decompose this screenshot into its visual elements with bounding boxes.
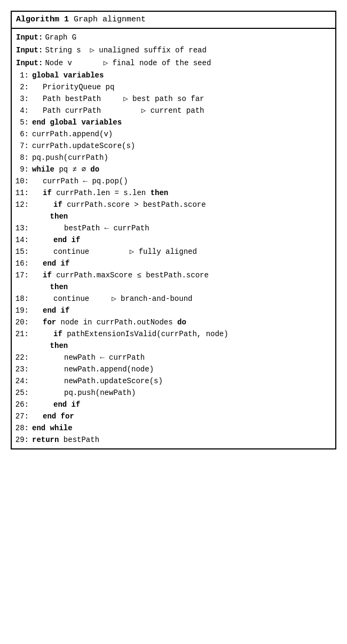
- line-16: 16: end if: [12, 258, 335, 270]
- line-17: 17: if currPath.maxScore ≤ bestPath.scor…: [12, 270, 335, 282]
- lcontent-29: return bestPath: [32, 434, 335, 445]
- lnum-5: 5:: [12, 117, 32, 128]
- lnum-23: 23:: [12, 364, 32, 375]
- input-content-3: Node v ▷ final node of the seed: [45, 58, 211, 68]
- lnum-27: 27:: [12, 411, 32, 422]
- input-line-2: Input: String s ▷ unaligned suffix of re…: [12, 44, 335, 57]
- lnum-7: 7:: [12, 141, 32, 151]
- line-22: 22: newPath ← currPath: [12, 352, 335, 364]
- lnum-9: 9:: [12, 164, 32, 175]
- line-4: 4: Path currPath ▷ current path: [12, 105, 335, 117]
- input-content-1: Graph G: [45, 32, 76, 43]
- lnum-24: 24:: [12, 376, 32, 386]
- input-line-1: Input: Graph G: [12, 31, 335, 44]
- line-14: 14: end if: [12, 235, 335, 246]
- line-26: 26: end if: [12, 399, 335, 411]
- input-content-2: String s ▷ unaligned suffix of read: [45, 45, 206, 56]
- lcontent-13: bestPath ← currPath: [32, 223, 335, 234]
- line-6: 6: currPath.append(v): [12, 129, 335, 141]
- lnum-12: 12:: [12, 199, 32, 210]
- lnum-4: 4:: [12, 105, 32, 116]
- line-10: 10: currPath ← pq.pop(): [12, 176, 335, 188]
- line-23: 23: newPath.append(node): [12, 364, 335, 376]
- lcontent-4: Path currPath ▷ current path: [32, 105, 335, 116]
- line-29: 29: return bestPath: [12, 434, 335, 446]
- lcontent-21-then: then: [32, 340, 335, 351]
- lcontent-12: if currPath.score > bestPath.score: [32, 199, 335, 210]
- lnum-18: 18:: [12, 293, 32, 304]
- lnum-11: 11:: [12, 188, 32, 198]
- lnum-20: 20:: [12, 317, 32, 328]
- lcontent-3: Path bestPath ▷ best path so far: [32, 94, 335, 104]
- line-1: 1: global variables: [12, 70, 335, 82]
- line-11: 11: if currPath.len = s.len then: [12, 188, 335, 199]
- lcontent-12-then: then: [32, 211, 335, 222]
- line-12-then: then: [12, 211, 335, 223]
- algorithm-label: Algorithm 1: [16, 15, 69, 24]
- lcontent-7: currPath.updateScore(s): [32, 141, 335, 151]
- lcontent-6: currPath.append(v): [32, 129, 335, 139]
- line-18: 18: continue ▷ branch-and-bound: [12, 293, 335, 305]
- line-19: 19: end if: [12, 305, 335, 317]
- line-8: 8: pq.push(currPath): [12, 152, 335, 164]
- lcontent-15: continue ▷ fully aligned: [32, 246, 335, 257]
- lnum-2: 2:: [12, 82, 32, 92]
- lnum-3: 3:: [12, 94, 32, 104]
- line-5: 5: end global variables: [12, 117, 335, 129]
- line-28: 28: end while: [12, 423, 335, 434]
- lcontent-28: end while: [32, 423, 335, 433]
- lcontent-16: end if: [32, 258, 335, 269]
- lcontent-19: end if: [32, 305, 335, 316]
- lnum-22: 22:: [12, 352, 32, 363]
- lcontent-2: PriorityQueue pq: [32, 82, 335, 92]
- lcontent-8: pq.push(currPath): [32, 152, 335, 163]
- lcontent-18: continue ▷ branch-and-bound: [32, 293, 335, 304]
- line-9: 9: while pq ≠ ∅ do: [12, 164, 335, 176]
- line-24: 24: newPath.updateScore(s): [12, 376, 335, 387]
- algorithm-lines: 1: global variables 2: PriorityQueue pq …: [12, 70, 335, 446]
- input-label-1: Input:: [16, 32, 43, 43]
- lcontent-11: if currPath.len = s.len then: [32, 188, 335, 198]
- line-25: 25: pq.push(newPath): [12, 387, 335, 399]
- algorithm-container: Algorithm 1 Graph alignment Input: Graph…: [11, 11, 336, 449]
- line-21: 21: if pathExtensionIsValid(currPath, no…: [12, 329, 335, 340]
- lcontent-5: end global variables: [32, 117, 335, 128]
- lnum-8: 8:: [12, 152, 32, 163]
- lcontent-14: end if: [32, 235, 335, 245]
- lnum-16: 16:: [12, 258, 32, 269]
- lcontent-22: newPath ← currPath: [32, 352, 335, 363]
- lnum-1: 1:: [12, 70, 32, 81]
- line-13: 13: bestPath ← currPath: [12, 223, 335, 235]
- line-27: 27: end for: [12, 411, 335, 423]
- lcontent-23: newPath.append(node): [32, 364, 335, 375]
- lcontent-1: global variables: [32, 70, 335, 81]
- lcontent-17-then: then: [32, 282, 335, 292]
- lnum-17: 17:: [12, 270, 32, 281]
- lnum-10: 10:: [12, 176, 32, 187]
- line-20: 20: for node in currPath.outNodes do: [12, 317, 335, 329]
- lnum-14: 14:: [12, 235, 32, 245]
- lnum-28: 28:: [12, 423, 32, 433]
- lcontent-21: if pathExtensionIsValid(currPath, node): [32, 329, 335, 339]
- line-15: 15: continue ▷ fully aligned: [12, 246, 335, 258]
- lnum-13: 13:: [12, 223, 32, 234]
- lcontent-17: if currPath.maxScore ≤ bestPath.score: [32, 270, 335, 281]
- lnum-15: 15:: [12, 246, 32, 257]
- lnum-29: 29:: [12, 434, 32, 445]
- lcontent-26: end if: [32, 399, 335, 410]
- algorithm-inputs: Input: Graph G Input: String s ▷ unalign…: [12, 29, 335, 448]
- lcontent-27: end for: [32, 411, 335, 422]
- algorithm-title: Algorithm 1 Graph alignment: [12, 12, 335, 29]
- lcontent-9: while pq ≠ ∅ do: [32, 164, 335, 175]
- lcontent-20: for node in currPath.outNodes do: [32, 317, 335, 328]
- input-label-2: Input:: [16, 45, 43, 56]
- lnum-19: 19:: [12, 305, 32, 316]
- line-21-then: then: [12, 340, 335, 352]
- line-7: 7: currPath.updateScore(s): [12, 141, 335, 152]
- lnum-6: 6:: [12, 129, 32, 139]
- line-3: 3: Path bestPath ▷ best path so far: [12, 94, 335, 105]
- lnum-21: 21:: [12, 329, 32, 339]
- lcontent-24: newPath.updateScore(s): [32, 376, 335, 386]
- lcontent-10: currPath ← pq.pop(): [32, 176, 335, 187]
- input-line-3: Input: Node v ▷ final node of the seed: [12, 57, 335, 69]
